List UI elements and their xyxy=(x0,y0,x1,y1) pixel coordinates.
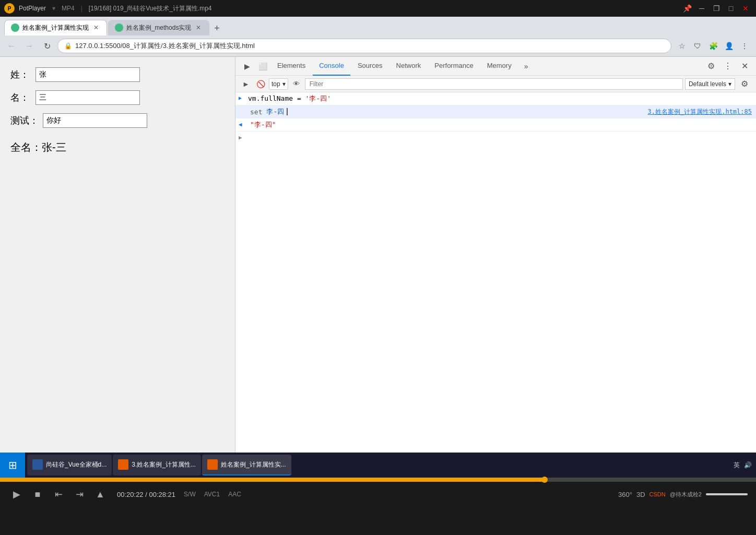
output-value-1: "李-四" xyxy=(250,120,276,129)
pin-btn[interactable]: 📌 xyxy=(681,3,693,14)
console-run-btn[interactable]: ► xyxy=(240,78,252,90)
tab-2[interactable]: 姓名案例_methods实现 ✕ xyxy=(108,20,210,35)
default-levels-select[interactable]: Default levels ▾ xyxy=(685,78,735,90)
source-link-1[interactable]: 3.姓名案例_计算属性实现.html:85 xyxy=(648,108,752,116)
browser-chrome: 姓名案例_计算属性实现 ✕ 姓名案例_methods实现 ✕ + ← → ↻ 🔒… xyxy=(0,17,756,57)
console-eye-btn[interactable]: 👁 xyxy=(290,78,303,90)
forward-btn[interactable]: → xyxy=(22,39,37,53)
cursor-indicator xyxy=(287,108,288,115)
console-output: ▶ vm.fullName = '李-四' set 李-四 3.姓名案例_ xyxy=(235,92,756,478)
taskbar-keyboard: 英 xyxy=(734,461,740,470)
minimize-btn[interactable]: ─ xyxy=(695,3,708,14)
name-input[interactable] xyxy=(36,90,140,105)
devtools-more-tabs-btn[interactable]: » xyxy=(519,59,534,74)
maximize-btn[interactable]: □ xyxy=(725,3,737,14)
stop-btn[interactable]: ■ xyxy=(29,486,46,503)
tab-elements[interactable]: Elements xyxy=(271,57,312,76)
file-format: MP4 xyxy=(62,5,75,12)
address-bar[interactable]: 🔒 127.0.0.1:5500/08_计算属性/3.姓名案例_计算属性实现.h… xyxy=(57,39,671,53)
chevron-down-icon: ▾ xyxy=(282,80,286,88)
progress-bar[interactable] xyxy=(0,478,756,482)
devtools-panel: ▶ ⬜ Elements Console Sources Network Per… xyxy=(235,57,756,478)
devtools-inspect-btn[interactable]: ▶ xyxy=(240,59,254,74)
taskbar-time: 🔊 xyxy=(744,461,752,469)
tab-sources[interactable]: Sources xyxy=(351,57,389,76)
reload-btn[interactable]: ↻ xyxy=(40,39,54,53)
menu-btn[interactable]: ⋮ xyxy=(737,39,752,53)
taskbar-items: 尚硅谷_Vue全家桶d... 3.姓名案例_计算属性... 姓名案例_计算属性实… xyxy=(25,455,293,475)
new-tab-btn[interactable]: + xyxy=(209,21,224,35)
taskbar-item-2[interactable]: 3.姓名案例_计算属性... xyxy=(113,455,201,475)
tab-close-2[interactable]: ✕ xyxy=(194,23,203,32)
console-line-2: set 李-四 3.姓名案例_计算属性实现.html:85 xyxy=(235,105,756,118)
progress-thumb[interactable] xyxy=(541,477,548,483)
close-btn[interactable]: ✕ xyxy=(739,3,752,14)
devtools-device-btn[interactable]: ⬜ xyxy=(255,59,270,74)
media-format-2: AVC1 xyxy=(204,491,220,498)
current-time: 00:20:22 / 00:28:21 xyxy=(117,491,175,498)
devtools-right-controls: ⚙ ⋮ ✕ xyxy=(704,59,752,74)
set-prefix: set xyxy=(248,108,262,116)
start-btn[interactable]: ⊞ xyxy=(0,453,25,478)
open-btn[interactable]: ▲ xyxy=(92,486,109,503)
play-btn[interactable]: ▶ xyxy=(8,486,25,503)
tab-favicon-2 xyxy=(115,23,123,32)
taskbar: ⊞ 尚硅谷_Vue全家桶d... 3.姓名案例_计算属性... 姓名案例_计算属… xyxy=(0,453,756,478)
browser-window: 姓名案例_计算属性实现 ✕ 姓名案例_methods实现 ✕ + ← → ↻ 🔒… xyxy=(0,17,756,478)
tab-performance[interactable]: Performance xyxy=(428,57,479,76)
profile-btn[interactable]: 👤 xyxy=(722,39,736,53)
file-info: [19/168] 019_尚硅谷Vue技术_计算属性.mp4 xyxy=(89,4,212,13)
tab-close-1[interactable]: ✕ xyxy=(92,23,100,32)
media-csdn-icon: CSDN xyxy=(649,491,666,497)
media-format-3: AAC xyxy=(228,491,241,498)
player-name: PotPlayer xyxy=(19,5,46,12)
console-toolbar: ► 🚫 top ▾ 👁 Default levels ▾ ⚙ xyxy=(235,76,756,92)
page-content: 姓： 名： 测试： 全名：张-三 xyxy=(0,57,235,478)
nav-right-btns: ☆ 🛡 🧩 👤 ⋮ xyxy=(675,39,752,53)
devtools-settings-btn[interactable]: ⚙ xyxy=(704,59,718,74)
security-icon: 🔒 xyxy=(64,42,72,50)
total-time-value: 00:28:21 xyxy=(149,491,175,498)
filter-input[interactable] xyxy=(305,78,683,90)
surname-input[interactable] xyxy=(36,67,140,82)
context-label: top xyxy=(271,80,280,88)
expand-arrow-4[interactable]: ▶ xyxy=(239,134,242,141)
test-input[interactable] xyxy=(43,113,147,128)
tab-memory[interactable]: Memory xyxy=(481,57,518,76)
console-settings-btn[interactable]: ⚙ xyxy=(737,77,752,91)
devtools-close-btn[interactable]: ✕ xyxy=(737,59,752,74)
taskbar-right: 英 🔊 xyxy=(729,461,756,470)
tab-network[interactable]: Network xyxy=(390,57,428,76)
taskbar-label-2: 3.姓名案例_计算属性... xyxy=(132,460,196,469)
tab-1[interactable]: 姓名案例_计算属性实现 ✕ xyxy=(4,20,107,35)
expand-arrow-1[interactable]: ▶ xyxy=(239,95,242,101)
console-clear-btn[interactable]: 🚫 xyxy=(254,78,267,90)
taskbar-label-3: 姓名案例_计算属性实... xyxy=(221,460,286,469)
media-3d: 3D xyxy=(636,491,645,498)
back-btn[interactable]: ← xyxy=(4,39,19,53)
devtools-dotmenu-btn[interactable]: ⋮ xyxy=(720,59,735,74)
surname-row: 姓： xyxy=(10,67,225,82)
default-levels-chevron: ▾ xyxy=(728,80,731,88)
next-btn[interactable]: ⇥ xyxy=(71,486,88,503)
bookmark-star-btn[interactable]: ☆ xyxy=(675,39,689,53)
console-context-select[interactable]: top ▾ xyxy=(269,78,288,90)
volume-fill xyxy=(706,493,748,495)
taskbar-label-1: 尚硅谷_Vue全家桶d... xyxy=(46,460,107,469)
volume-bar[interactable] xyxy=(706,493,748,495)
taskbar-item-1[interactable]: 尚硅谷_Vue全家桶d... xyxy=(27,455,112,475)
taskbar-item-3[interactable]: 姓名案例_计算属性实... xyxy=(202,455,291,475)
console-line-2-content: set 李-四 3.姓名案例_计算属性实现.html:85 xyxy=(248,107,752,116)
restore-btn[interactable]: ❐ xyxy=(710,3,723,14)
extensions-btn[interactable]: 🧩 xyxy=(706,39,720,53)
brave-shield-btn[interactable]: 🛡 xyxy=(690,39,705,53)
potplayer-logo: P xyxy=(4,3,15,14)
media-player: ▶ ■ ⇤ ⇥ ▲ 00:20:22 / 00:28:21 S/W AVC1 A… xyxy=(0,478,756,535)
tab-console[interactable]: Console xyxy=(313,57,350,76)
prev-btn[interactable]: ⇤ xyxy=(50,486,67,503)
name-row: 名： xyxy=(10,90,225,105)
taskbar-icon-3 xyxy=(207,459,218,470)
back-arrow-1: ◀ xyxy=(239,121,242,128)
media-controls: ▶ ■ ⇤ ⇥ ▲ 00:20:22 / 00:28:21 S/W AVC1 A… xyxy=(0,482,756,507)
set-value: 李-四 xyxy=(266,107,284,116)
